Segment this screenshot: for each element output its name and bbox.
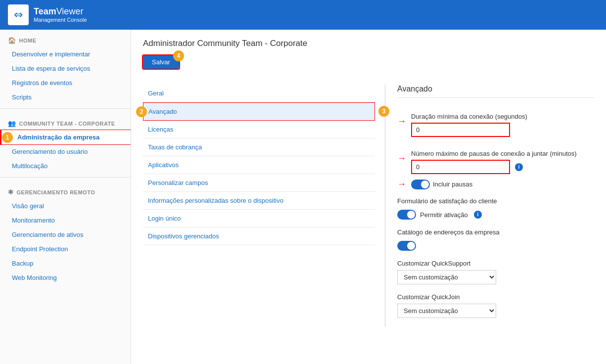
sidebar-item-registros[interactable]: Registros de eventos — [0, 76, 131, 90]
logo-text: TeamViewer Management Console — [34, 6, 87, 24]
sidebar-item-monitoramento[interactable]: Monitoramento — [0, 213, 131, 228]
sidebar-admin-wrapper: 1 Administração da empresa — [0, 130, 131, 144]
sidebar-item-scripts[interactable]: Scripts — [0, 90, 131, 104]
sidebar-item-ativos[interactable]: Gerenciamento de ativos — [0, 228, 131, 242]
sidebar-item-multilocacao[interactable]: Multilocação — [0, 159, 131, 173]
satisfaction-label: Permitir ativação — [420, 211, 468, 219]
include-pauses-label: Incluir pausas — [433, 181, 472, 188]
nav-avancado[interactable]: Avançado — [143, 102, 375, 121]
quickjoin-select[interactable]: Sem customização — [397, 304, 496, 318]
remote-label: GERENCIAMENTO REMOTO — [17, 189, 95, 195]
nav-informacoes[interactable]: Informações personalizadas sobre o dispo… — [143, 192, 375, 210]
quicksupport-title: Customizar QuickSupport — [397, 260, 594, 267]
arrow-include-pauses: → — [397, 179, 406, 189]
community-label: COMMUNITY TEAM - CORPORATE — [19, 121, 115, 127]
quickjoin-section: Customizar QuickJoin Sem customização — [397, 293, 594, 318]
quickjoin-title: Customizar QuickJoin — [397, 293, 594, 301]
home-icon: 🏠 — [8, 37, 16, 44]
quicksupport-select[interactable]: Sem customização — [397, 270, 496, 284]
sidebar-item-lista[interactable]: Lista de espera de serviços — [0, 61, 131, 76]
logo-box: ⇔ — [8, 4, 29, 25]
sidebar-section-community: 👥 COMMUNITY TEAM - CORPORATE — [0, 113, 131, 130]
sidebar-item-webmonitoring[interactable]: Web Monitoring — [0, 271, 131, 285]
nav-aplicativos[interactable]: Aplicativos — [143, 156, 375, 174]
sidebar-item-backup[interactable]: Backup — [0, 256, 131, 271]
badge-4: 4 — [173, 50, 184, 61]
max-pauses-row: → Número máximo de pausas de conexão a j… — [397, 143, 594, 174]
main-content: Administrador Community Team - Corporate… — [131, 30, 606, 364]
arrow-min-duration: → — [397, 116, 406, 127]
badge-1: 1 — [2, 132, 13, 143]
badge-3: 3 — [378, 106, 389, 117]
logo-team: Team — [34, 6, 56, 16]
sidebar: 🏠 HOME Desenvolver e implementar Lista d… — [0, 30, 131, 364]
right-settings-col: Avançado 3 → Duração mínima da conexão (… — [385, 85, 594, 327]
satisfaction-title: Formulário de satisfação do cliente — [397, 197, 594, 205]
header: ⇔ TeamViewer Management Console — [0, 0, 606, 30]
sidebar-item-administracao[interactable]: Administração da empresa — [0, 130, 131, 144]
satisfaction-toggle[interactable] — [397, 210, 416, 220]
max-pauses-input[interactable] — [411, 160, 510, 174]
nav-login[interactable]: Login único — [143, 210, 375, 228]
satisfaction-info-icon[interactable]: i — [474, 211, 482, 219]
remote-icon: ✱ — [8, 188, 14, 196]
nav-personalizar[interactable]: Personalizar campos — [143, 174, 375, 192]
satisfaction-toggle-row: Permitir ativação i — [397, 210, 594, 220]
satisfaction-section: Formulário de satisfação do cliente Perm… — [397, 197, 594, 220]
badge-2: 2 — [136, 106, 147, 117]
max-pauses-label: Número máximo de pausas de conexão a jun… — [411, 150, 577, 157]
min-duration-label: Duração mínima da conexão (segundos) — [411, 113, 527, 120]
nav-avancado-wrapper: 2 Avançado — [143, 102, 375, 121]
sidebar-item-desenvolver[interactable]: Desenvolver e implementar — [0, 47, 131, 61]
max-pauses-input-row: i — [411, 160, 577, 174]
sidebar-section-home: 🏠 HOME — [0, 30, 131, 47]
quicksupport-section: Customizar QuickSupport Sem customização — [397, 260, 594, 284]
min-duration-field-group: Duração mínima da conexão (segundos) — [411, 106, 527, 137]
logo-subtitle: Management Console — [34, 17, 87, 23]
min-duration-row: → Duração mínima da conexão (segundos) — [397, 106, 594, 137]
nav-geral[interactable]: Geral — [143, 85, 375, 102]
arrow-max-pauses: → — [397, 153, 406, 164]
left-nav-col: Geral 2 Avançado Licenças Taxas de cobra… — [143, 85, 385, 327]
home-label: HOME — [19, 38, 37, 44]
save-wrapper: 4 Salvar — [143, 55, 179, 77]
max-pauses-field-group: Número máximo de pausas de conexão a jun… — [411, 143, 577, 174]
address-catalog-toggle-row — [397, 241, 594, 251]
sidebar-item-gerenciamento-usuario[interactable]: Gerenciamento do usuário — [0, 144, 131, 159]
community-icon: 👥 — [8, 120, 16, 127]
include-pauses-row: → Incluir pausas — [397, 179, 594, 189]
layout: 🏠 HOME Desenvolver e implementar Lista d… — [0, 30, 606, 364]
content-columns: Geral 2 Avançado Licenças Taxas de cobra… — [143, 85, 594, 327]
address-catalog-toggle[interactable] — [397, 241, 416, 251]
logo-brand: TeamViewer — [34, 6, 87, 17]
min-duration-input[interactable] — [411, 123, 510, 137]
nav-taxas[interactable]: Taxas de cobrança — [143, 138, 375, 156]
include-pauses-toggle[interactable] — [411, 180, 430, 189]
nav-licencas[interactable]: Licenças — [143, 121, 375, 138]
sidebar-item-endpoint[interactable]: Endpoint Protection — [0, 242, 131, 256]
address-catalog-section: Catálogo de endereços da empresa — [397, 228, 594, 251]
logo-viewer: Viewer — [56, 6, 84, 16]
nav-dispositivos[interactable]: Dispositivos gerenciados — [143, 228, 375, 245]
sidebar-section-remote: ✱ GERENCIAMENTO REMOTO — [0, 182, 131, 199]
address-catalog-title: Catálogo de endereços da empresa — [397, 228, 594, 236]
page-title: Administrador Community Team - Corporate — [143, 39, 594, 48]
max-pauses-info-icon[interactable]: i — [515, 163, 523, 171]
logo-arrow-icon: ⇔ — [14, 8, 23, 21]
advanced-title: Avançado — [397, 85, 594, 98]
sidebar-item-visao[interactable]: Visão geral — [0, 199, 131, 213]
fields-with-badge: 3 → Duração mínima da conexão (segundos)… — [397, 106, 594, 189]
